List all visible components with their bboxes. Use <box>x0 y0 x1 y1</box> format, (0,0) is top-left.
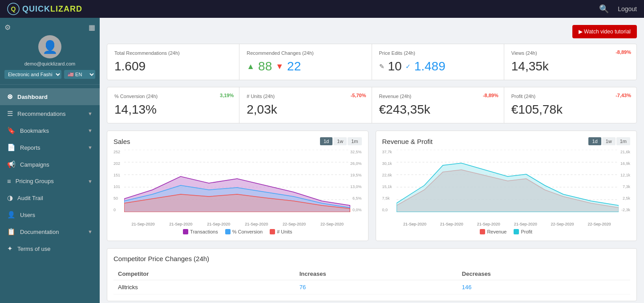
sidebar-item-users[interactable]: 👤 Users <box>0 206 100 223</box>
check-icon: ✓ <box>405 63 411 70</box>
sales-chart-card: Sales 1d 1w 1m 252202151101500 <box>107 131 369 241</box>
pencil-icon: ✎ <box>379 63 385 70</box>
stat-value-up: 88 <box>258 59 272 74</box>
charts-row: Sales 1d 1w 1m 252202151101500 <box>107 131 637 241</box>
chart-legend: Transactions % Conversion # Units <box>113 229 362 234</box>
col-competitor: Competitor <box>113 268 295 280</box>
campaigns-icon: 📢 <box>7 160 16 168</box>
period-btn-1m[interactable]: 1m <box>348 137 361 145</box>
period-btn-1d[interactable]: 1d <box>588 137 601 145</box>
y-axis-left: 37,7k30,1k22,6k15,1k7,5k0,0 <box>382 150 392 212</box>
settings-icon[interactable]: ⚙ <box>4 23 11 32</box>
watch-video-button[interactable]: ▶ Watch video tutorial <box>572 25 637 38</box>
stat-label: Recommended Changes (24h) <box>247 50 364 56</box>
chevron-icon: ▼ <box>88 128 93 133</box>
sidebar-item-bookmarks[interactable]: 🔖 Bookmarks ▼ <box>0 122 100 139</box>
period-buttons: 1d 1w 1m <box>320 137 362 145</box>
stat-revenue: Revenue (24h) -8,89% €243,35k <box>372 87 504 123</box>
x-axis-labels: 21-Sep-202021-Sep-202021-Sep-202021-Sep-… <box>124 222 362 226</box>
sidebar-top-icons: ⚙ ▦ <box>4 23 95 32</box>
lang-select[interactable]: 🇺🇸 EN <box>64 70 95 79</box>
logo-icon: Q <box>7 3 20 15</box>
sidebar-item-terms[interactable]: ✦ Terms of use <box>0 240 100 257</box>
sidebar-item-reports[interactable]: 📄 Reports ▼ <box>0 139 100 156</box>
logout-link[interactable]: Logout <box>618 5 637 12</box>
chart-title: Revenue & Profit <box>382 138 433 145</box>
stat-inline: ▲ 88 ▼ 22 <box>247 59 364 74</box>
period-btn-1w[interactable]: 1w <box>333 137 347 145</box>
stat-recommended-changes: Recommended Changes (24h) ▲ 88 ▼ 22 <box>239 44 372 80</box>
stats-grid-row1: Total Recommendations (24h) 1.609 Recomm… <box>107 44 637 80</box>
sidebar-item-documentation[interactable]: 📋 Documentation ▼ <box>0 223 100 240</box>
stat-profit: Profit (24h) -7,43% €105,78k <box>504 87 636 123</box>
chart-header: Sales 1d 1w 1m <box>113 137 362 145</box>
period-btn-1w[interactable]: 1w <box>602 137 616 145</box>
recommendations-icon: ☰ <box>7 110 13 118</box>
category-select[interactable]: Electronic and Fashi <box>4 70 61 79</box>
logo-text: QUICKLIZARD <box>22 4 82 14</box>
chevron-icon: ▼ <box>88 179 93 184</box>
search-icon[interactable]: 🔍 <box>599 4 609 14</box>
sidebar-item-recommendations[interactable]: ☰ Recommendations ▼ <box>0 105 100 122</box>
y-axis-right: 32,5%26,0%19,5%13,0%6,5%0,0% <box>350 150 362 212</box>
stat-label: Total Recommendations (24h) <box>114 50 232 56</box>
user-email: demo@quicklizard.com <box>24 61 76 66</box>
period-btn-1d[interactable]: 1d <box>320 137 332 145</box>
terms-icon: ✦ <box>7 245 13 253</box>
legend-label: Revenue <box>487 229 506 234</box>
revenue-chart-card: Revenue & Profit 1d 1w 1m 37,7k30,1k22,6… <box>376 131 637 241</box>
documentation-icon: 📋 <box>7 228 16 236</box>
competitor-card: Competitor Price Changes (24h) Competito… <box>107 248 637 301</box>
sidebar: ⚙ ▦ 👤 demo@quicklizard.com Electronic an… <box>0 18 100 303</box>
col-increases: Increases <box>295 268 458 280</box>
col-decreases: Decreases <box>458 268 630 280</box>
period-btn-1m[interactable]: 1m <box>616 137 630 145</box>
sidebar-label-recommendations: Recommendations <box>17 111 65 117</box>
arrow-up-icon: ▲ <box>247 62 255 71</box>
chart-area: 252202151101500 <box>113 150 362 221</box>
legend-label: Profit <box>521 229 532 234</box>
sidebar-item-campaigns[interactable]: 📢 Campaigns <box>0 156 100 173</box>
logo-area: Q QUICKLIZARD <box>7 3 82 15</box>
competitor-table: Competitor Increases Decreases Alltricks… <box>113 268 630 295</box>
sidebar-item-dashboard[interactable]: ⊛ Dashboard <box>0 88 100 105</box>
top-nav-right: 🔍 Logout <box>599 4 637 14</box>
cell-increases[interactable]: 76 <box>295 280 458 295</box>
sidebar-label-documentation: Documentation <box>20 229 59 235</box>
chart-title: Sales <box>113 138 130 145</box>
stat-units: # Units (24h) -5,70% 2,03k <box>239 87 372 123</box>
dashboard-icon: ⊛ <box>7 93 13 101</box>
stat-conversion: % Conversion (24h) 3,19% 14,13% <box>107 87 239 123</box>
revenue-svg <box>397 150 619 212</box>
y-axis-left: 252202151101500 <box>113 150 120 212</box>
stat-delta: -7,43% <box>616 93 631 98</box>
chart-header: Revenue & Profit 1d 1w 1m <box>382 137 631 145</box>
stat-label: % Conversion (24h) <box>114 94 232 99</box>
sidebar-user-area: ⚙ ▦ 👤 demo@quicklizard.com Electronic an… <box>0 18 100 85</box>
stat-label: Price Edits (24h) <box>379 50 497 56</box>
stat-delta: -5,70% <box>351 93 366 98</box>
app-body: ⚙ ▦ 👤 demo@quicklizard.com Electronic an… <box>0 18 644 303</box>
sidebar-item-pricing-groups[interactable]: ≡ Pricing Groups ▼ <box>0 173 100 189</box>
stat-views: Views (24h) -8,89% 14,35k <box>504 44 636 80</box>
avatar: 👤 <box>38 35 61 58</box>
legend-label: # Units <box>277 229 292 234</box>
top-nav: Q QUICKLIZARD 🔍 Logout <box>0 0 644 18</box>
legend-revenue: Revenue <box>480 229 506 234</box>
cell-decreases[interactable]: 146 <box>458 280 630 295</box>
stat-value: 14,13% <box>114 102 232 117</box>
pricing-groups-icon: ≡ <box>7 177 11 185</box>
layout-icon[interactable]: ▦ <box>89 23 95 32</box>
legend-units: # Units <box>270 229 292 234</box>
sidebar-label-dashboard: Dashboard <box>17 94 48 100</box>
legend-color <box>225 229 231 234</box>
competitor-title: Competitor Price Changes (24h) <box>113 255 630 262</box>
stat-total-recommendations: Total Recommendations (24h) 1.609 <box>107 44 239 80</box>
legend-label: % Conversion <box>232 229 263 234</box>
legend-label: Transactions <box>190 229 218 234</box>
stat-delta: 3,19% <box>220 93 234 98</box>
chart-legend: Revenue Profit <box>382 229 631 234</box>
legend-color <box>480 229 485 234</box>
sidebar-item-audit-trail[interactable]: ◑ Audit Trail <box>0 189 100 206</box>
users-icon: 👤 <box>7 211 16 219</box>
